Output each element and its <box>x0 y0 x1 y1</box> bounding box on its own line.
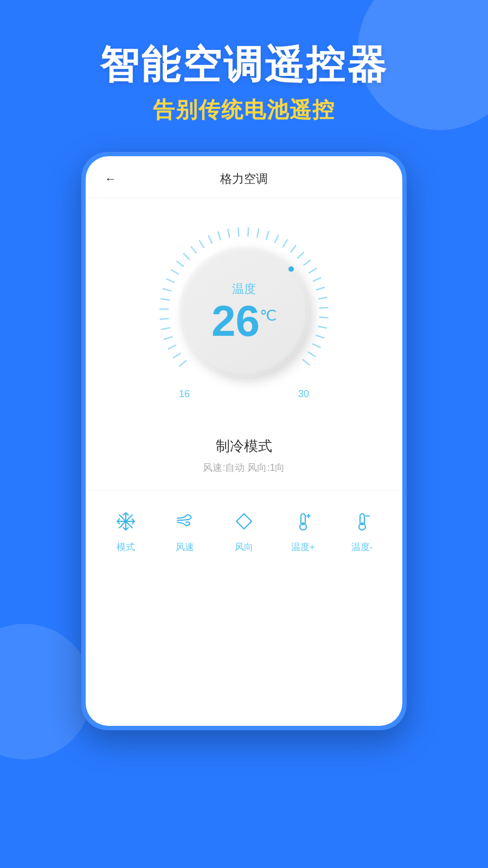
svg-line-26 <box>304 260 310 265</box>
dial-outer[interactable]: 温度 26℃ 16 30 <box>152 220 336 404</box>
svg-line-11 <box>177 261 183 266</box>
control-wind-dir[interactable]: 风向 <box>230 507 258 553</box>
back-arrow-icon: ← <box>105 172 117 186</box>
dial-min-label: 16 <box>179 388 190 400</box>
svg-line-9 <box>166 279 174 283</box>
phone-mockup-container: ← 格力空调 <box>0 152 488 730</box>
phone-header: ← 格力空调 <box>86 156 402 198</box>
control-mode-label: 模式 <box>117 541 135 553</box>
mode-icon <box>112 507 140 535</box>
svg-line-17 <box>228 229 229 238</box>
bottom-controls: 模式 风速 <box>86 490 402 575</box>
svg-line-6 <box>160 309 168 310</box>
main-title: 智能空调遥控器 <box>0 43 488 86</box>
control-temp-up-label: 温度+ <box>291 541 315 553</box>
svg-line-16 <box>218 232 221 240</box>
temp-number: 26 <box>211 297 260 345</box>
temp-down-icon <box>348 507 376 535</box>
temp-label: 温度 <box>232 281 256 297</box>
temp-up-icon <box>289 507 317 535</box>
svg-point-42 <box>124 520 127 523</box>
temperature-knob[interactable]: 温度 26℃ <box>179 247 309 377</box>
phone-nav-title: 格力空调 <box>120 171 368 187</box>
svg-line-10 <box>171 270 178 275</box>
control-temp-up[interactable]: 温度+ <box>289 507 317 553</box>
svg-line-27 <box>309 269 316 273</box>
mode-details: 风速:自动 风向:1向 <box>86 461 402 474</box>
svg-line-5 <box>160 318 169 319</box>
svg-line-22 <box>275 235 278 243</box>
dial-max-label: 30 <box>298 388 309 400</box>
svg-line-31 <box>320 308 328 308</box>
wind-speed-icon <box>171 507 199 535</box>
svg-line-30 <box>319 297 327 299</box>
svg-line-21 <box>266 232 268 239</box>
temp-unit: ℃ <box>260 308 277 324</box>
mode-name: 制冷模式 <box>86 437 402 456</box>
svg-line-32 <box>320 317 328 318</box>
svg-line-28 <box>313 278 321 281</box>
svg-line-14 <box>200 241 204 248</box>
svg-line-13 <box>191 247 196 253</box>
svg-line-1 <box>174 353 181 358</box>
phone-outer: ← 格力空调 <box>81 152 407 730</box>
control-wind-speed-label: 风速 <box>176 541 194 553</box>
back-button[interactable]: ← <box>101 169 120 189</box>
svg-line-2 <box>169 346 176 349</box>
temp-indicator-dot <box>288 266 294 272</box>
svg-line-7 <box>161 299 169 300</box>
temp-display: 26℃ <box>211 299 277 343</box>
svg-line-8 <box>163 289 171 291</box>
phone-inner: ← 格力空调 <box>86 156 402 726</box>
sub-title: 告别传统电池遥控 <box>0 95 488 125</box>
svg-line-12 <box>184 254 190 259</box>
svg-line-19 <box>248 228 248 236</box>
svg-line-0 <box>179 361 185 366</box>
svg-line-35 <box>313 344 320 347</box>
svg-line-33 <box>318 327 326 328</box>
svg-line-18 <box>238 228 239 237</box>
mode-info: 制冷模式 风速:自动 风向:1向 <box>86 415 402 490</box>
control-wind-dir-label: 风向 <box>235 541 253 553</box>
svg-line-3 <box>164 337 172 340</box>
svg-line-37 <box>303 360 310 365</box>
svg-line-36 <box>309 352 316 356</box>
control-mode[interactable]: 模式 <box>112 507 140 553</box>
header-section: 智能空调遥控器 告别传统电池遥控 <box>0 0 488 152</box>
dial-container: 温度 26℃ 16 30 <box>86 198 402 415</box>
svg-line-4 <box>162 328 170 329</box>
svg-line-15 <box>208 236 211 244</box>
svg-line-24 <box>291 246 296 252</box>
svg-line-29 <box>317 288 324 290</box>
svg-line-20 <box>257 229 259 238</box>
svg-line-23 <box>283 240 287 247</box>
svg-line-34 <box>316 335 324 338</box>
wind-dir-icon <box>230 507 258 535</box>
svg-line-25 <box>298 253 304 259</box>
control-temp-down-label: 温度- <box>351 541 373 553</box>
temp-value: 26℃ <box>211 297 277 345</box>
control-temp-down[interactable]: 温度- <box>348 507 376 553</box>
control-wind-speed[interactable]: 风速 <box>171 507 199 553</box>
